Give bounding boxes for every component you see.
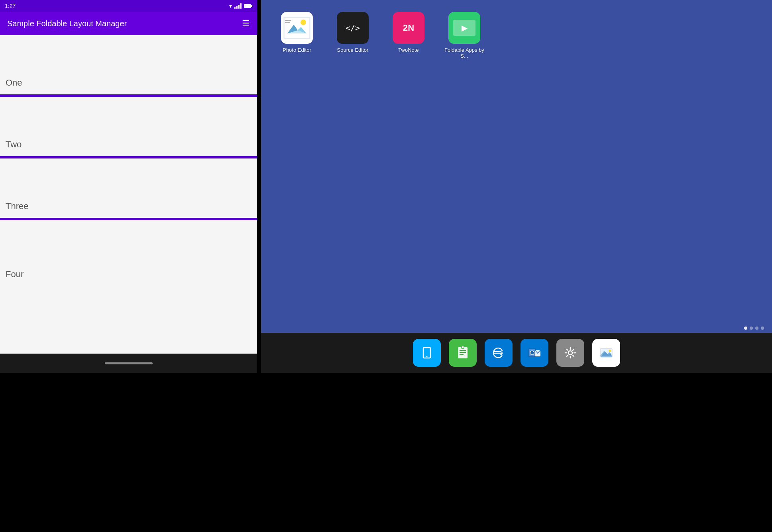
app-foldable[interactable]: ▶ Foldable Apps by S... — [444, 12, 484, 59]
svg-point-16 — [530, 351, 534, 355]
svg-rect-11 — [460, 352, 466, 353]
screen-divider — [257, 0, 261, 373]
page-dot-3[interactable] — [755, 327, 758, 330]
dock-gallery[interactable] — [592, 339, 620, 367]
home-screen: Photo Editor </> Source Editor 2N TwoNot… — [261, 0, 772, 323]
svg-point-8 — [426, 356, 428, 357]
list-item-text: Four — [6, 269, 24, 280]
dock-edge[interactable] — [485, 339, 513, 367]
wifi-icon: ▾ — [229, 3, 232, 9]
status-time: 1:27 — [5, 3, 16, 9]
photo-editor-icon — [281, 12, 313, 44]
signal-icon — [234, 3, 242, 9]
app-bar: Sample Foldable Layout Manager ☰ — [0, 12, 257, 35]
twonote-icon: 2N — [393, 12, 424, 44]
twonote-symbol: 2N — [403, 23, 414, 33]
app-source-editor[interactable]: </> Source Editor — [333, 12, 373, 59]
svg-point-21 — [609, 350, 611, 352]
status-bar: 1:27 ▾ — [0, 0, 257, 12]
source-editor-icon: </> — [337, 12, 369, 44]
dock — [261, 333, 772, 373]
svg-point-5 — [301, 20, 306, 25]
menu-icon[interactable]: ☰ — [242, 18, 250, 29]
list-item[interactable]: Two — [0, 97, 257, 158]
foldable-icon: ▶ — [448, 12, 480, 44]
svg-rect-6 — [285, 20, 291, 21]
app-grid: Photo Editor </> Source Editor 2N TwoNot… — [277, 12, 756, 59]
foldable-label: Foldable Apps by S... — [444, 47, 484, 59]
svg-rect-12 — [460, 354, 464, 355]
photo-editor-label: Photo Editor — [283, 47, 311, 53]
list-item[interactable]: Three — [0, 158, 257, 220]
right-panel: Photo Editor </> Source Editor 2N TwoNot… — [261, 0, 772, 373]
page-dots — [261, 323, 772, 333]
list-item[interactable]: One — [0, 35, 257, 97]
svg-rect-10 — [460, 350, 466, 351]
battery-icon — [244, 4, 252, 8]
svg-point-18 — [568, 351, 572, 355]
nav-bar — [0, 354, 257, 373]
dock-phone[interactable] — [413, 339, 441, 367]
dock-outlook[interactable] — [521, 339, 548, 367]
svg-rect-13 — [462, 346, 464, 348]
page-dot-1[interactable] — [744, 327, 747, 330]
page-dot-2[interactable] — [750, 327, 753, 330]
list-item-text: One — [6, 78, 22, 88]
source-editor-symbol: </> — [346, 23, 360, 33]
page-dot-4[interactable] — [761, 327, 764, 330]
list-container: One Two Three Four — [0, 35, 257, 354]
list-item-text: Three — [6, 201, 28, 211]
app-photo-editor[interactable]: Photo Editor — [277, 12, 317, 59]
source-editor-label: Source Editor — [337, 47, 369, 53]
foldable-inner-graphic: ▶ — [453, 20, 475, 36]
left-panel: 1:27 ▾ Sample Foldable Layout Manager ☰ — [0, 0, 257, 373]
nav-pill — [105, 362, 153, 364]
app-twonote[interactable]: 2N TwoNote — [389, 12, 428, 59]
twonote-label: TwoNote — [398, 47, 418, 53]
list-item-text: Two — [6, 139, 22, 150]
dock-settings[interactable] — [556, 339, 584, 367]
dock-notepad[interactable] — [449, 339, 477, 367]
app-title: Sample Foldable Layout Manager — [7, 19, 127, 28]
list-item[interactable]: Four — [0, 220, 257, 286]
svg-rect-7 — [285, 22, 290, 23]
status-icons: ▾ — [229, 3, 252, 9]
